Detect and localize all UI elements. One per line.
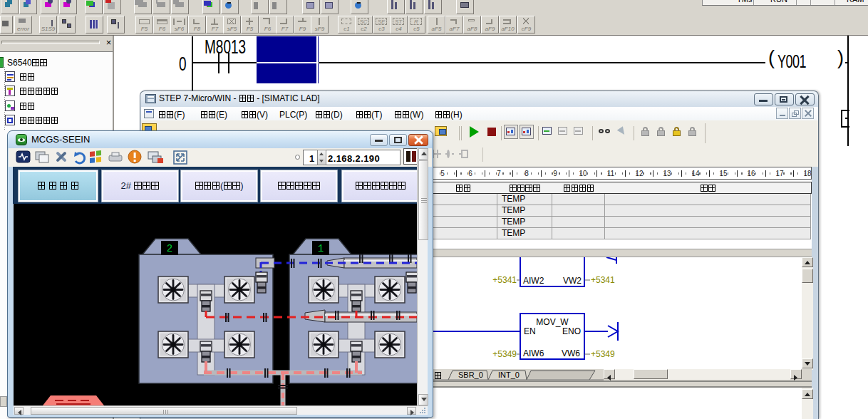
svg-text:MOV_W: MOV_W [536,317,569,327]
svg-text:AIW6: AIW6 [523,348,544,358]
svg-text:2: 2 [167,243,172,254]
svg-text:1: 1 [318,243,324,254]
svg-text:+5349: +5349 [492,349,517,359]
svg-text:VW6: VW6 [562,348,580,358]
svg-text:AIW2: AIW2 [523,276,544,286]
svg-text:EN: EN [524,326,536,336]
svg-text:+5341: +5341 [492,275,517,285]
svg-text:ENO: ENO [562,326,581,336]
svg-text:+5341: +5341 [591,275,615,285]
svg-text:+5349: +5349 [591,349,615,359]
svg-text:VW2: VW2 [563,276,582,286]
